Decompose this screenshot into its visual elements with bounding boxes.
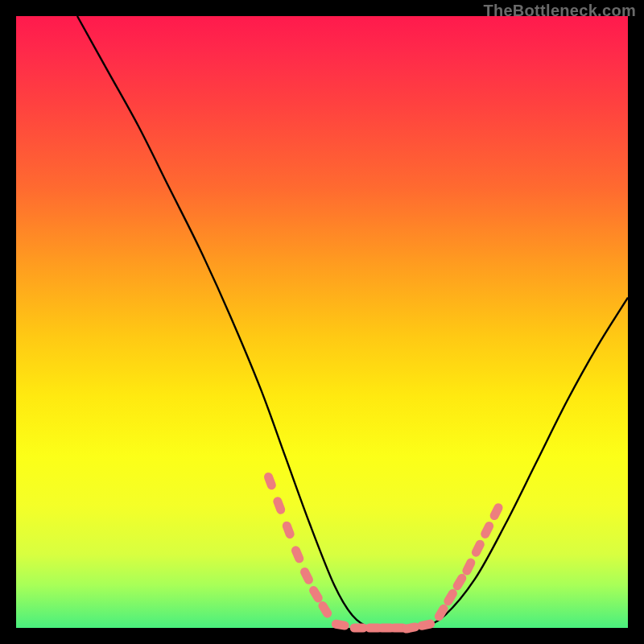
chart-frame: TheBottleneck.com bbox=[0, 0, 644, 644]
marker-dot bbox=[350, 624, 368, 633]
watermark-text: TheBottleneck.com bbox=[483, 2, 636, 20]
marker-dot bbox=[489, 502, 505, 522]
marker-dot bbox=[290, 545, 305, 565]
chart-overlay bbox=[16, 16, 628, 628]
marker-dot bbox=[470, 539, 486, 559]
marker-dot bbox=[416, 619, 436, 631]
marker-dot bbox=[452, 572, 469, 592]
marker-dot bbox=[262, 471, 277, 490]
marker-dot bbox=[461, 557, 477, 577]
marker-dot bbox=[308, 584, 324, 605]
bottleneck-curve bbox=[77, 16, 628, 629]
marker-dot bbox=[316, 600, 333, 620]
marker-dot bbox=[281, 520, 295, 539]
marker-dot bbox=[299, 566, 315, 586]
marker-dot bbox=[272, 496, 287, 515]
marker-dot bbox=[331, 619, 350, 630]
marker-dot bbox=[479, 520, 495, 540]
